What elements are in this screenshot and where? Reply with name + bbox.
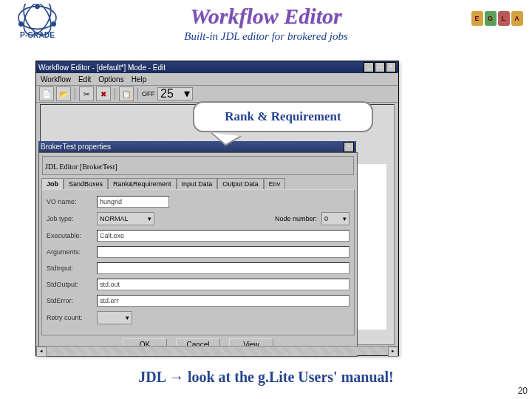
menu-help[interactable]: Help <box>132 75 147 83</box>
cut-icon[interactable]: ✂ <box>79 86 94 101</box>
menu-options[interactable]: Options <box>98 75 123 83</box>
tab-input-data[interactable]: Input Data <box>177 178 218 189</box>
tab-sandboxes[interactable]: SandBoxes <box>64 178 108 189</box>
horizontal-scrollbar[interactable]: ◂ ▸ <box>36 346 398 355</box>
window-titlebar[interactable]: Workflow Editor - [default*] Mode - Edit… <box>36 61 398 73</box>
vo-name-label: VO name: <box>47 198 92 205</box>
stdoutput-label: StdOutput: <box>47 281 92 288</box>
properties-titlebar[interactable]: BrokerTest properties × <box>38 141 356 152</box>
window-title-text: Workflow Editor - [default*] Mode - Edit <box>38 64 166 72</box>
menu-bar: Workflow Edit Options Help <box>36 73 398 86</box>
callout-bubble: Rank & Requirement <box>193 101 373 132</box>
arguments-field[interactable] <box>97 246 349 258</box>
tab-rank-requirement[interactable]: Rank&Requirement <box>108 178 177 189</box>
callout-text: Rank & Requirement <box>225 109 341 124</box>
jdl-panel-title: JDL Editor [BrokerTest] <box>45 163 117 171</box>
stdinput-label: StdInput: <box>47 265 92 272</box>
tab-bar: Job SandBoxes Rank&Requirement Input Dat… <box>41 178 355 189</box>
page-number: 20 <box>518 386 528 396</box>
properties-dialog: JDL Editor [BrokerTest] Job SandBoxes Ra… <box>38 152 358 357</box>
slide-subtitle: Built-in JDL editor for brokered jobs <box>0 30 532 43</box>
minimize-icon[interactable]: _ <box>364 62 374 72</box>
properties-close-icon[interactable]: × <box>344 142 354 152</box>
job-type-label: Job type: <box>47 215 92 222</box>
scroll-track[interactable] <box>47 347 388 355</box>
stderror-field[interactable]: std.err <box>97 295 349 307</box>
slide-title: Workflow Editor <box>0 4 532 29</box>
tab-job[interactable]: Job <box>41 178 64 189</box>
puzzle-logo: EGLA <box>466 4 528 33</box>
zoom-select[interactable]: 25▾ <box>157 87 193 100</box>
copy-icon[interactable]: 📋 <box>119 86 134 101</box>
chevron-down-icon: ▾ <box>343 214 347 224</box>
toolbar-off-label: OFF <box>142 90 155 98</box>
tab-output-data[interactable]: Output Data <box>217 178 264 189</box>
svg-text:P-GRADE: P-GRADE <box>20 31 55 39</box>
chevron-down-icon: ▾ <box>126 313 129 323</box>
arguments-label: Arguments: <box>47 248 92 256</box>
scroll-left-icon[interactable]: ◂ <box>36 347 47 357</box>
maximize-icon[interactable]: □ <box>375 62 385 72</box>
svg-point-4 <box>51 21 56 27</box>
toolbar: 📄 📂 ✂ ✖ 📋 OFF 25▾ <box>36 86 398 103</box>
delete-icon[interactable]: ✖ <box>96 86 111 101</box>
open-icon[interactable]: 📂 <box>56 86 71 101</box>
close-icon[interactable]: × <box>386 62 396 72</box>
executable-field[interactable]: Calt.exe <box>97 230 349 242</box>
svg-point-3 <box>35 4 40 9</box>
node-number-label: Node number: <box>275 215 317 222</box>
job-type-select[interactable]: NORMAL▾ <box>97 212 154 225</box>
svg-point-5 <box>18 21 24 27</box>
retry-count-field[interactable]: ▾ <box>97 311 132 324</box>
node-number-field[interactable]: 0▾ <box>321 212 349 225</box>
menu-workflow[interactable]: Workflow <box>41 75 71 83</box>
scroll-right-icon[interactable]: ▸ <box>388 347 398 357</box>
chevron-down-icon: ▾ <box>184 89 190 99</box>
tab-env[interactable]: Env <box>264 178 286 189</box>
pgrade-logo: P-GRADE <box>6 4 69 44</box>
menu-edit[interactable]: Edit <box>78 75 91 83</box>
job-form: VO name: hungrid Job type: NORMAL▾ Node … <box>41 189 355 335</box>
properties-title-text: BrokerTest properties <box>41 143 111 151</box>
chevron-down-icon: ▾ <box>148 214 151 224</box>
executable-label: Executable: <box>47 232 92 239</box>
new-icon[interactable]: 📄 <box>39 86 54 101</box>
stdoutput-field[interactable]: std.out <box>97 279 349 290</box>
retry-count-label: Retry count: <box>47 314 92 321</box>
slide-footer: JDL → look at the g.Lite Users' manual! <box>0 369 532 386</box>
stdinput-field[interactable] <box>97 262 349 274</box>
stderror-label: StdError: <box>47 297 92 304</box>
vo-name-field[interactable]: hungrid <box>97 196 169 208</box>
